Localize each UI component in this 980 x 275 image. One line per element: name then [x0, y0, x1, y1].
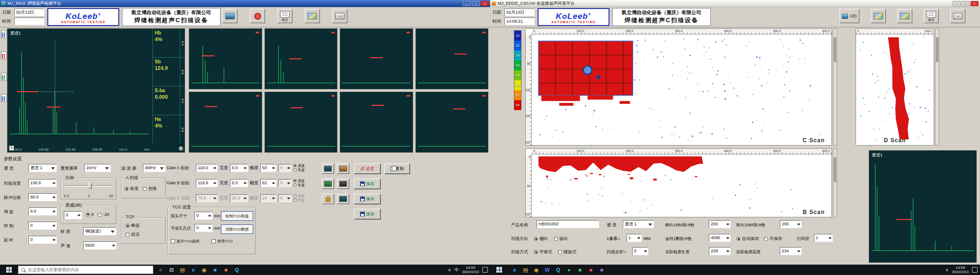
edge-icon[interactable]: e: [511, 266, 518, 274]
radio-option[interactable]: 不保存: [764, 236, 782, 242]
channel-select[interactable]: 通道 1: [623, 220, 654, 228]
radio-option[interactable]: 纵向: [554, 236, 568, 242]
radio-icon[interactable]: [125, 232, 130, 237]
scale-slider[interactable]: [63, 182, 114, 189]
clear-tcg-button[interactable]: 清除TCG数据: [221, 224, 253, 234]
radio-icon[interactable]: [293, 194, 297, 198]
knob-icon[interactable]: [178, 146, 184, 151]
step-input[interactable]: 0: [632, 247, 648, 255]
scan-panel-8[interactable]: [340, 92, 413, 153]
detect-height-input[interactable]: 234: [780, 247, 802, 255]
readout-spinner[interactable]: [180, 29, 185, 58]
minimize-button[interactable]: –: [463, 1, 471, 6]
scan-panel-6[interactable]: [189, 92, 262, 153]
gate-value-input[interactable]: 0: [278, 164, 291, 172]
image-button[interactable]: [305, 9, 320, 23]
radio-icon[interactable]: [293, 183, 297, 187]
radio-option[interactable]: 进波: [293, 179, 305, 183]
radio-icon[interactable]: [736, 237, 741, 241]
close-button[interactable]: ×: [971, 1, 979, 6]
hpulse-input[interactable]: 200: [709, 220, 731, 228]
gate-tool-button-2[interactable]: [337, 163, 349, 174]
radio-option[interactable]: 前沿: [125, 232, 140, 238]
radio-option[interactable]: 包络: [142, 186, 157, 192]
scrollbar-thumb[interactable]: [936, 37, 938, 62]
report-button[interactable]: 报告: [277, 9, 292, 23]
gate-value-input[interactable]: 76.9: [196, 194, 218, 202]
search-input[interactable]: [28, 267, 150, 272]
app-icon-purple[interactable]: ■: [598, 266, 605, 274]
radio-option[interactable]: 峰值: [125, 223, 140, 229]
start-button[interactable]: [0, 265, 18, 275]
gate-tool-button-1[interactable]: [322, 163, 334, 174]
radio-option[interactable]: 螺旋式: [558, 249, 576, 255]
gate-value-input[interactable]: 119.0: [196, 164, 218, 172]
gate-value-input[interactable]: 0: [278, 194, 291, 202]
radio-option[interactable]: 平移式: [534, 249, 552, 255]
checkbox-icon[interactable]: [212, 239, 216, 243]
qq-icon[interactable]: Q: [233, 266, 240, 274]
app-icon-red[interactable]: ■: [587, 266, 594, 274]
readout-spinner[interactable]: [180, 58, 185, 86]
fbh-input[interactable]: 0: [194, 224, 212, 232]
record-button[interactable]: [250, 9, 265, 23]
chart-tool-icon-4[interactable]: [1, 94, 7, 102]
radio-icon[interactable]: [293, 179, 297, 182]
draw-tcg-button[interactable]: 绘制TCG取值: [221, 211, 253, 221]
taskbar-search[interactable]: [18, 266, 153, 274]
radio-option[interactable]: 进波: [293, 194, 305, 198]
ime-indicator[interactable]: 中: [454, 267, 459, 273]
radio-icon[interactable]: [534, 237, 538, 241]
save-button-1[interactable]: 保存: [354, 179, 380, 189]
gain-input[interactable]: 9.0: [28, 207, 57, 215]
copy-button[interactable]: 复制: [384, 163, 410, 174]
word-icon[interactable]: W: [544, 266, 551, 274]
readout-spinner[interactable]: [180, 115, 185, 144]
close-button[interactable]: ×: [481, 1, 489, 6]
delay-input[interactable]: 0: [28, 236, 57, 244]
ascan-button[interactable]: A扫: [839, 9, 859, 23]
lock-button[interactable]: [322, 194, 334, 204]
image-button-1[interactable]: [871, 9, 886, 23]
use-tcg-checkbox-item[interactable]: 使用TCG: [212, 239, 233, 244]
exit-button[interactable]: [332, 9, 347, 23]
minimize-button[interactable]: –: [953, 1, 961, 6]
radio-icon[interactable]: [534, 250, 538, 254]
radio-option[interactable]: 进波: [293, 164, 305, 168]
app-icon-blue[interactable]: ■: [212, 266, 219, 274]
chrome-icon[interactable]: ◉: [533, 266, 540, 274]
attenuation-input[interactable]: 0: [64, 211, 82, 219]
scan-depth-input[interactable]: 130.6: [28, 179, 57, 187]
bscan-panel[interactable]: 0100.0200.0300.0400.0500.0600.0 050100 B…: [525, 148, 832, 217]
save-button-2[interactable]: 保存: [354, 194, 380, 204]
radio-icon[interactable]: [554, 237, 558, 241]
gate-value-input[interactable]: 62: [260, 179, 276, 187]
chrome-icon[interactable]: ◉: [201, 266, 208, 274]
radio-option[interactable]: 失波: [293, 198, 305, 202]
row-gap-input[interactable]: 1: [814, 234, 833, 242]
paint-icon[interactable]: ■: [222, 266, 230, 274]
slider-thumb[interactable]: [88, 183, 92, 189]
scan-panel-7[interactable]: [265, 92, 338, 153]
dscan-panel[interactable]: 0100.0 D Scan: [856, 28, 934, 146]
radio-option[interactable]: 标准: [124, 186, 139, 192]
scrollbar-thumb[interactable]: [834, 37, 836, 62]
channel-select[interactable]: 通道 1: [28, 164, 57, 172]
radio-option[interactable]: 横向: [534, 236, 548, 242]
app-icon-green[interactable]: ■: [576, 266, 583, 274]
gate-tool-button-5[interactable]: [337, 194, 349, 204]
radio-icon[interactable]: [293, 198, 297, 202]
product-name-input[interactable]: HB001002: [537, 220, 599, 228]
radio-icon[interactable]: [125, 223, 130, 228]
notification-icon[interactable]: [972, 267, 978, 273]
radio-icon[interactable]: [142, 187, 147, 191]
radio-option[interactable]: 失波: [293, 168, 305, 172]
start-button[interactable]: [490, 265, 508, 275]
detect-length-input[interactable]: 228: [709, 247, 731, 255]
radio-icon[interactable]: [293, 164, 297, 167]
wechat-icon[interactable]: ●: [565, 266, 573, 274]
radio-icon[interactable]: [97, 213, 102, 217]
scan-panel-9[interactable]: [415, 92, 489, 153]
edge-icon[interactable]: e: [190, 266, 197, 274]
exit-button[interactable]: [950, 9, 965, 23]
